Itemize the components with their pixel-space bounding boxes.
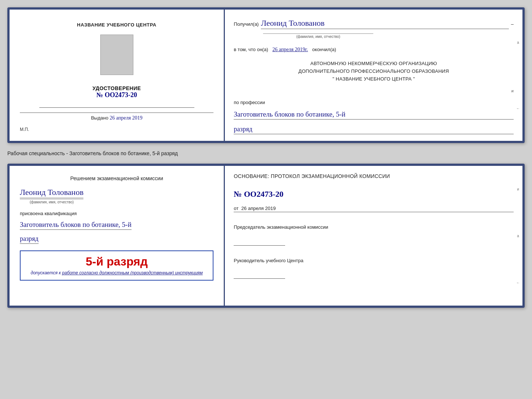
bottom-side-decorations: и а ←: [514, 166, 522, 306]
top-document: НАЗВАНИЕ УЧЕБНОГО ЦЕНТРА УДОСТОВЕРЕНИЕ №…: [7, 7, 525, 143]
allowed-text: допускается к работе согласно должностны…: [26, 270, 208, 276]
issued-date: 26 апреля 2019: [110, 115, 143, 121]
cert-number-value: OO2473-20: [105, 91, 137, 99]
director-sig-line: [234, 271, 285, 279]
top-center-title: НАЗВАНИЕ УЧЕБНОГО ЦЕНТРА: [77, 22, 157, 28]
confirmed-line: в том, что он(а) 26 апреля 2019г. окончи…: [234, 47, 514, 53]
issued-line: Выдано 26 апреля 2019: [20, 113, 213, 121]
confirmed-label: в том, что он(а): [234, 47, 268, 52]
org-line1: АВТОНОМНУЮ НЕКОММЕРЧЕСКУЮ ОРГАНИЗАЦИЮ: [234, 60, 514, 68]
cert-number-prefix: №: [96, 91, 103, 99]
cert-title: УДОСТОВЕРЕНИЕ: [93, 85, 141, 91]
recipient-name: Леонид Толованов: [261, 18, 509, 29]
bottom-qualification: Заготовитель блоков по ботанике, 5-й: [20, 221, 132, 230]
photo-placeholder: [100, 35, 133, 75]
issued-label: Выдано: [91, 115, 108, 121]
bottom-deco-i: и: [517, 187, 519, 191]
cert-number-section: УДОСТОВЕРЕНИЕ № OO2473-20: [93, 85, 141, 99]
bottom-deco-a: а: [517, 234, 519, 238]
org-line3: " НАЗВАНИЕ УЧЕБНОГО ЦЕНТРА ": [234, 75, 514, 83]
deco-a: а: [517, 40, 519, 44]
bottom-document: Решением экзаменационной комиссии Леонид…: [7, 164, 525, 308]
rank-text-top: разряд: [234, 125, 514, 134]
org-block: АВТОНОМНУЮ НЕКОММЕРЧЕСКУЮ ОРГАНИЗАЦИЮ ДО…: [234, 60, 514, 83]
director-block: Руководитель учебного Центра: [234, 257, 514, 281]
side-decorations: а ←: [514, 10, 522, 141]
document-container: НАЗВАНИЕ УЧЕБНОГО ЦЕНТРА УДОСТОВЕРЕНИЕ №…: [7, 7, 525, 308]
chairman-block: Председатель экзаменационной комиссии: [234, 224, 514, 247]
chairman-sig-line: [234, 238, 285, 246]
deco-arrow: ←: [516, 106, 520, 110]
big-rank: 5-й разряд: [26, 255, 208, 268]
protocol-prefix: №: [234, 189, 242, 199]
top-right-panel: Получил(а) Леонид Толованов – (фамилия, …: [225, 10, 522, 141]
bottom-rank-text: разряд: [20, 235, 39, 244]
bottom-left-panel: Решением экзаменационной комиссии Леонид…: [10, 166, 225, 306]
from-label: от: [234, 206, 238, 211]
confirmed-date: 26 апреля 2019г.: [272, 47, 308, 52]
allowed-prefix: допускается к: [31, 270, 61, 275]
base-label: Основание: протокол экзаменационной коми…: [234, 173, 514, 179]
assigned-label: присвоена квалификация: [20, 211, 77, 216]
from-date-value: 26 апреля 2019: [241, 206, 276, 211]
cert-number: № OO2473-20: [93, 91, 141, 99]
chairman-label: Председатель экзаменационной комиссии: [234, 224, 514, 231]
profession-name: Заготовитель блоков по ботанике, 5-й: [234, 110, 514, 120]
name-caption-top: (фамилия, имя, отчество): [263, 33, 373, 39]
decision-label: Решением экзаменационной комиссии: [20, 175, 213, 182]
bottom-name-caption: (фамилия, имя, отчество): [20, 199, 83, 204]
org-line2: ДОПОЛНИТЕЛЬНОГО ПРОФЕССИОНАЛЬНОГО ОБРАЗО…: [234, 68, 514, 75]
top-left-panel: НАЗВАНИЕ УЧЕБНОГО ЦЕНТРА УДОСТОВЕРЕНИЕ №…: [10, 10, 225, 141]
director-label: Руководитель учебного Центра: [234, 257, 514, 264]
finished-label: окончил(а): [312, 47, 336, 52]
mp-label: М.П.: [20, 127, 29, 132]
qualification-box: 5-й разряд допускается к работе согласно…: [20, 250, 213, 281]
bottom-deco-arrow: ←: [516, 281, 520, 285]
protocol-number: № OO2473-20: [234, 189, 514, 199]
bottom-right-panel: Основание: протокол экзаменационной коми…: [225, 166, 522, 306]
separator-label: Рабочая специальность - Заготовитель бло…: [7, 149, 525, 158]
recipient-line: Получил(а) Леонид Толованов –: [234, 18, 514, 29]
allowed-detail: работе согласно должностным (производств…: [62, 270, 203, 275]
from-date-line: от 26 апреля 2019: [234, 206, 514, 212]
protocol-number-value: OO2473-20: [244, 189, 284, 199]
bottom-person-name: Леонид Толованов: [20, 188, 83, 198]
received-label: Получил(а): [234, 21, 259, 27]
profession-label: по профессии: [234, 100, 514, 105]
